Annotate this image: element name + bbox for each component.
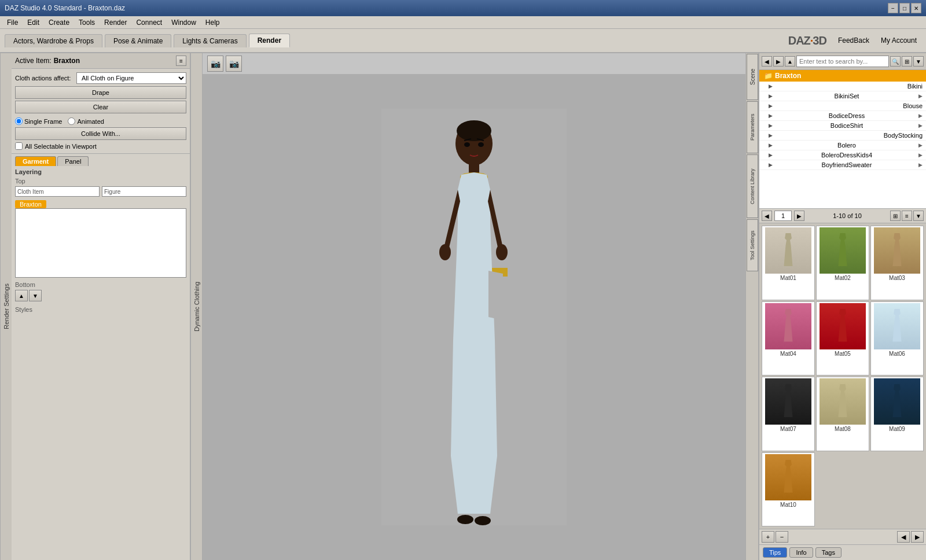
- screenshot-button[interactable]: 📷: [207, 56, 223, 72]
- tree-item-blouse[interactable]: ▶ Blouse: [759, 101, 926, 111]
- dynamic-clothing-tab[interactable]: Dynamic Clothing: [191, 53, 203, 560]
- menu-tools[interactable]: Tools: [74, 17, 100, 28]
- thumbnail-img-mat01: [765, 227, 811, 274]
- view-options-btn[interactable]: ⊞: [902, 56, 912, 67]
- thumbnail-img-mat03: [874, 227, 920, 274]
- arrow-icon: ▶: [918, 142, 923, 148]
- minimize-button[interactable]: −: [888, 3, 898, 13]
- move-down-button[interactable]: ▼: [29, 290, 42, 301]
- garment-tab[interactable]: Garment: [15, 156, 56, 166]
- tree-item-bolero[interactable]: ▶ Bolero ▶: [759, 141, 926, 150]
- camera-button[interactable]: 📷: [226, 56, 242, 72]
- next-page-button[interactable]: ▶: [794, 211, 804, 221]
- nav-up-button[interactable]: ▲: [785, 56, 795, 67]
- tab-render[interactable]: Render: [249, 34, 290, 47]
- cloth-affect-dropdown[interactable]: All Cloth on Figure: [76, 72, 186, 84]
- close-button[interactable]: ✕: [911, 3, 921, 13]
- collide-button[interactable]: Collide With...: [15, 127, 186, 140]
- viewport[interactable]: 📷 📷: [203, 53, 745, 560]
- menu-file[interactable]: File: [2, 17, 23, 28]
- thumbnail-mat02[interactable]: Mat02: [816, 226, 869, 300]
- panel-tab[interactable]: Panel: [57, 156, 89, 166]
- menu-edit[interactable]: Edit: [23, 17, 44, 28]
- grid-view-button[interactable]: ⊞: [890, 211, 901, 221]
- maximize-button[interactable]: □: [899, 3, 910, 13]
- nav-back-button[interactable]: ◀: [762, 56, 772, 67]
- search-button[interactable]: 🔍: [890, 56, 901, 67]
- info-tab[interactable]: Info: [789, 547, 813, 558]
- remove-button[interactable]: −: [776, 531, 788, 543]
- nav-forward-button[interactable]: ▶: [773, 56, 784, 67]
- move-up-button[interactable]: ▲: [15, 290, 28, 301]
- scene-tab[interactable]: Scene: [747, 54, 758, 100]
- layering-title: Layering: [15, 168, 186, 175]
- layering-list[interactable]: [15, 208, 186, 278]
- cloth-affect-label: Cloth actions affect:: [15, 75, 73, 82]
- page-number[interactable]: 1: [774, 211, 792, 221]
- menu-window[interactable]: Window: [167, 17, 201, 28]
- clear-button[interactable]: Clear: [15, 101, 186, 113]
- action-btn-left[interactable]: ◀: [897, 531, 910, 543]
- titlebar-controls: − □ ✕: [888, 3, 921, 13]
- tab-lights-cameras[interactable]: Lights & Cameras: [174, 34, 246, 47]
- view-settings-button[interactable]: ▼: [913, 211, 924, 221]
- thumbnail-mat08[interactable]: Mat08: [816, 377, 869, 451]
- all-selectable-checkbox[interactable]: [15, 142, 23, 150]
- thumbnail-mat09[interactable]: Mat09: [870, 377, 924, 451]
- thumbnail-mat06[interactable]: Mat06: [870, 301, 924, 376]
- tree-item-bodiceshirt[interactable]: ▶ BodiceShirt ▶: [759, 121, 926, 131]
- panel-menu-btn[interactable]: ≡: [176, 56, 186, 66]
- single-frame-radio[interactable]: [15, 117, 23, 125]
- frame-mode-group: Single Frame Animated: [15, 117, 186, 125]
- tool-settings-tab[interactable]: Tool Settings: [747, 219, 758, 271]
- tab-pose-animate[interactable]: Pose & Animate: [105, 34, 171, 47]
- tags-tab[interactable]: Tags: [815, 547, 842, 558]
- add-button[interactable]: +: [762, 531, 774, 543]
- tree-item-bodicedress[interactable]: ▶ BodiceDress ▶: [759, 111, 926, 121]
- render-settings-tab[interactable]: Render Settings: [0, 53, 12, 560]
- menu-help[interactable]: Help: [201, 17, 225, 28]
- action-btn-right[interactable]: ▶: [911, 531, 924, 543]
- bottom-actions: + − ◀ ▶: [759, 529, 926, 544]
- prev-page-button[interactable]: ◀: [762, 211, 772, 221]
- selected-item-header: 📁 Braxton: [759, 70, 926, 82]
- list-view-button[interactable]: ≡: [902, 211, 912, 221]
- right-panel: ◀ ▶ ▲ 🔍 ⊞ ▼ 📁 Braxton ▶ Bikini ▶ BikiniS…: [758, 53, 926, 560]
- tree-item-bikiniset[interactable]: ▶ BikiniSet ▶: [759, 91, 926, 101]
- menu-create[interactable]: Create: [44, 17, 74, 28]
- content-library-tab[interactable]: Content Library: [747, 154, 758, 218]
- braxton-tag[interactable]: Braxton: [15, 199, 186, 208]
- thumbnail-mat03[interactable]: Mat03: [870, 226, 924, 300]
- all-selectable-label: All Selectable in Viewport: [25, 143, 97, 150]
- thumbnail-img-mat07: [765, 378, 811, 425]
- svg-point-9: [475, 516, 491, 525]
- menu-connect[interactable]: Connect: [131, 17, 167, 28]
- thumbnail-mat07[interactable]: Mat07: [762, 377, 815, 451]
- menu-render[interactable]: Render: [100, 17, 131, 28]
- tips-tab[interactable]: Tips: [763, 547, 787, 558]
- drape-button[interactable]: Drape: [15, 86, 186, 99]
- character-area: [203, 74, 745, 560]
- settings-btn[interactable]: ▼: [913, 56, 924, 67]
- tree-item-bodystocking[interactable]: ▶ BodyStocking: [759, 131, 926, 141]
- thumbnail-mat01[interactable]: Mat01: [762, 226, 815, 300]
- thumbnail-mat05[interactable]: Mat05: [816, 301, 869, 376]
- myaccount-link[interactable]: My Account: [876, 35, 921, 46]
- tree-item-bikini[interactable]: ▶ Bikini: [759, 82, 926, 91]
- svg-point-10: [464, 142, 470, 147]
- tab-actors-wardrobe[interactable]: Actors, Wardrobe & Props: [5, 34, 102, 47]
- animated-radio[interactable]: [68, 117, 75, 125]
- svg-point-2: [457, 120, 491, 141]
- styles-label: Styles: [15, 306, 186, 313]
- tree-item-boyfriendsweater[interactable]: ▶ BoyfriendSweater ▶: [759, 160, 926, 170]
- tree-item-label: BodiceDress: [829, 112, 865, 119]
- menubar: File Edit Create Tools Render Connect Wi…: [0, 16, 926, 29]
- tree-item-bolerodresskids4[interactable]: ▶ BoleroDressKids4 ▶: [759, 150, 926, 160]
- search-input[interactable]: [796, 56, 889, 67]
- thumbnail-mat10[interactable]: Mat10: [762, 452, 815, 527]
- thumbnail-grid: Mat01 Mat02 Mat03 Mat04: [759, 223, 926, 529]
- active-item-label: Active Item:: [15, 57, 52, 65]
- parameters-tab[interactable]: Parameters: [747, 101, 758, 153]
- thumbnail-mat04[interactable]: Mat04: [762, 301, 815, 376]
- feedback-link[interactable]: FeedBack: [833, 35, 874, 46]
